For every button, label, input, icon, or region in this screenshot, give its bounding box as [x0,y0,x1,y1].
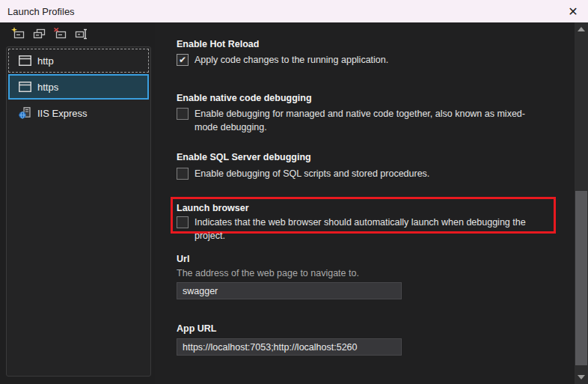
scrollbar-thumb[interactable] [575,191,587,365]
profiles-toolbar [11,27,88,40]
scroll-down-icon[interactable] [578,375,585,380]
vertical-scrollbar[interactable] [575,22,588,384]
close-icon: ✕ [568,4,578,19]
section-title-hot-reload: Enable Hot Reload [177,39,259,49]
checkbox-label: Enable debugging of SQL scripts and stor… [195,167,429,180]
section-title-native-debugging: Enable native code debugging [177,93,312,103]
native-debugging-checkbox[interactable] [177,108,189,120]
app-url-field-label: App URL [177,323,216,334]
profile-settings-panel: Enable Hot Reload ✔ Apply code changes t… [155,22,575,384]
red-x-glyph [55,28,59,32]
scroll-up-icon[interactable] [578,27,585,31]
close-button[interactable]: ✕ [561,0,585,22]
hot-reload-row: ✔ Apply code changes to the running appl… [177,54,388,67]
sql-debugging-checkbox[interactable] [177,168,189,180]
profiles-list: http https IIS E [6,46,151,377]
sidebar-item-http[interactable]: http [8,49,149,73]
url-field-label: Url [177,254,189,264]
checkbox-label: Indicates that the web browser should au… [195,216,554,243]
browser-window-icon [19,55,31,66]
iis-express-icon [19,107,31,119]
duplicate-profile-icon [32,27,46,40]
launch-browser-checkbox[interactable] [177,216,189,228]
url-input[interactable] [177,282,402,299]
section-title-launch-browser: Launch browser [177,203,249,213]
launch-profiles-dialog: Launch Profiles ✕ [0,0,588,384]
sidebar-item-https[interactable]: https [8,74,149,100]
browser-window-icon [19,82,31,92]
new-profile-button[interactable] [11,27,25,40]
native-debugging-row: Enable debugging for managed and native … [177,108,551,134]
section-title-sql-debugging: Enable SQL Server debugging [177,152,311,162]
checkbox-label: Enable debugging for managed and native … [195,107,546,134]
window-title: Launch Profiles [7,6,75,17]
titlebar: Launch Profiles ✕ [0,0,588,22]
launch-browser-highlight-box: Launch browser Indicates that the web br… [171,197,556,234]
sidebar-item-label: http [37,55,54,67]
new-profile-icon [11,27,25,40]
sql-debugging-row: Enable debugging of SQL scripts and stor… [177,168,429,180]
rename-profile-icon [74,27,88,40]
url-field-description: The address of the web page to navigate … [177,268,359,278]
sidebar-item-label: IIS Express [37,108,87,119]
sidebar-item-label: https [37,82,58,93]
launch-browser-row: Indicates that the web browser should au… [177,216,554,243]
hot-reload-checkbox[interactable]: ✔ [177,54,189,66]
checkbox-label: Apply code changes to the running applic… [195,53,388,67]
sidebar-item-iis-express[interactable]: IIS Express [8,101,149,125]
app-url-input[interactable] [177,338,402,356]
duplicate-profile-button[interactable] [32,27,46,40]
delete-profile-icon [53,27,67,40]
rename-profile-button[interactable] [74,27,88,40]
checkmark-icon: ✔ [179,55,186,64]
delete-profile-button[interactable] [53,27,67,40]
